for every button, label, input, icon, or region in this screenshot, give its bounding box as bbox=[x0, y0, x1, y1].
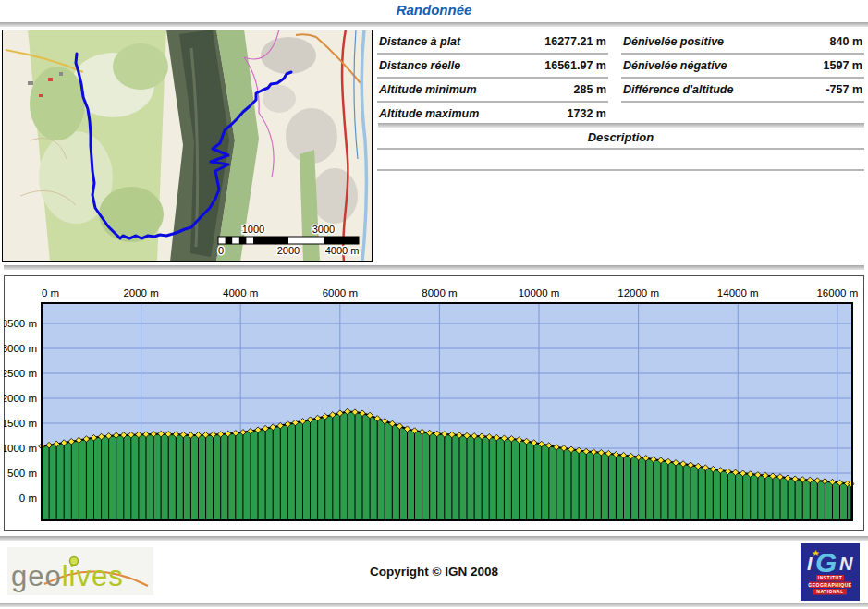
stat-row: Dénivelée négative1597 m bbox=[621, 55, 864, 79]
y-tick-label: 3000 m bbox=[4, 343, 37, 354]
ign-letter-n: N bbox=[839, 554, 853, 574]
scale-label: 4000 m bbox=[325, 245, 360, 256]
x-tick-label: 2000 m bbox=[123, 287, 158, 298]
stat-value: 1732 m bbox=[568, 107, 608, 120]
map-urban-area bbox=[261, 37, 316, 74]
divider bbox=[4, 265, 864, 270]
stat-value: 285 m bbox=[574, 83, 608, 96]
map-building bbox=[48, 78, 53, 81]
ign-letter-i: I bbox=[807, 554, 813, 574]
x-tick-label: 14000 m bbox=[717, 287, 759, 298]
x-tick-label: 10000 m bbox=[519, 287, 560, 298]
scale-label: 3000 bbox=[312, 224, 335, 235]
map-forest-patch bbox=[99, 187, 164, 242]
stat-row: Distance réelle16561.97 m bbox=[377, 55, 608, 79]
stat-label: Altitude minimum bbox=[377, 83, 477, 96]
map-panel: 1000 3000 0 2000 4000 m bbox=[2, 30, 373, 262]
x-tick-label: 12000 m bbox=[617, 287, 659, 298]
stat-label: Altitude maximum bbox=[377, 107, 479, 120]
description-heading: Description bbox=[377, 130, 864, 144]
stat-row: Différence d'altitude-757 m bbox=[621, 79, 864, 103]
description-separator bbox=[377, 169, 864, 171]
stat-label: Distance réelle bbox=[377, 59, 460, 72]
stat-row: Altitude maximum1732 m bbox=[377, 103, 608, 125]
stats-group-right: Dénivelée positive840 mDénivelée négativ… bbox=[621, 30, 864, 103]
stat-row: Distance à plat16277.21 m bbox=[377, 30, 608, 55]
scale-label: 2000 bbox=[277, 245, 300, 256]
y-tick-label: 500 m bbox=[7, 468, 37, 479]
stat-row: Altitude minimum285 m bbox=[377, 79, 608, 103]
map-forest-patch bbox=[30, 67, 85, 140]
y-tick-label: 1500 m bbox=[4, 418, 37, 429]
ign-line: NATIONAL bbox=[816, 589, 843, 594]
stat-label: Dénivelée négative bbox=[621, 59, 727, 72]
stat-row: Dénivelée positive840 m bbox=[621, 30, 864, 55]
map-building bbox=[59, 72, 63, 76]
copyright-text: Copyright © IGN 2008 bbox=[0, 565, 868, 579]
divider bbox=[0, 22, 868, 27]
randonnee-report-page: Randonnée bbox=[0, 0, 868, 609]
y-tick-label: 2500 m bbox=[4, 368, 37, 379]
stats-group-left: Distance à plat16277.21 mDistance réelle… bbox=[377, 30, 608, 125]
map-urban-area bbox=[312, 168, 358, 224]
y-tick-label: 1000 m bbox=[4, 443, 37, 454]
scale-label: 0 bbox=[218, 245, 224, 256]
y-tick-label: 0 m bbox=[19, 493, 37, 504]
ign-line: INSTITUT bbox=[818, 575, 843, 580]
divider bbox=[0, 536, 868, 541]
elevation-profile-chart: 0 m2000 m4000 m6000 m8000 m10000 m12000 … bbox=[4, 275, 864, 531]
map-building bbox=[28, 81, 33, 85]
x-tick-label: 16000 m bbox=[816, 287, 858, 298]
y-tick-label: 3500 m bbox=[4, 318, 37, 329]
topo-map-image: 1000 3000 0 2000 4000 m bbox=[2, 30, 373, 262]
stat-label: Dénivelée positive bbox=[621, 35, 724, 48]
stat-label: Distance à plat bbox=[377, 35, 460, 48]
x-tick-label: 8000 m bbox=[422, 287, 457, 298]
elevation-chart-svg: 0 m2000 m4000 m6000 m8000 m10000 m12000 … bbox=[4, 275, 864, 531]
ign-letter-g: G bbox=[815, 547, 837, 578]
stat-value: -757 m bbox=[825, 83, 864, 96]
stat-value: 840 m bbox=[830, 35, 864, 48]
x-tick-label: 0 m bbox=[42, 287, 59, 298]
ign-line: GEOGRAPHIQUE bbox=[808, 582, 852, 588]
description-content bbox=[377, 151, 864, 167]
y-tick-label: 2000 m bbox=[4, 393, 37, 404]
x-tick-label: 6000 m bbox=[323, 287, 358, 298]
stat-value: 16561.97 m bbox=[544, 59, 608, 72]
scale-label: 1000 bbox=[242, 224, 264, 235]
divider bbox=[0, 603, 868, 607]
x-tick-label: 4000 m bbox=[223, 287, 258, 298]
stat-label: Différence d'altitude bbox=[621, 83, 733, 96]
stat-value: 16277.21 m bbox=[544, 35, 608, 48]
description-separator bbox=[377, 148, 864, 150]
stat-value: 1597 m bbox=[824, 59, 864, 72]
map-forest-patch bbox=[113, 43, 168, 90]
map-building bbox=[39, 94, 43, 97]
page-title: Randonnée bbox=[0, 2, 868, 18]
ign-logo: ★ I G N INSTITUT GEOGRAPHIQUE NATIONAL bbox=[801, 543, 860, 601]
divider bbox=[378, 123, 864, 128]
